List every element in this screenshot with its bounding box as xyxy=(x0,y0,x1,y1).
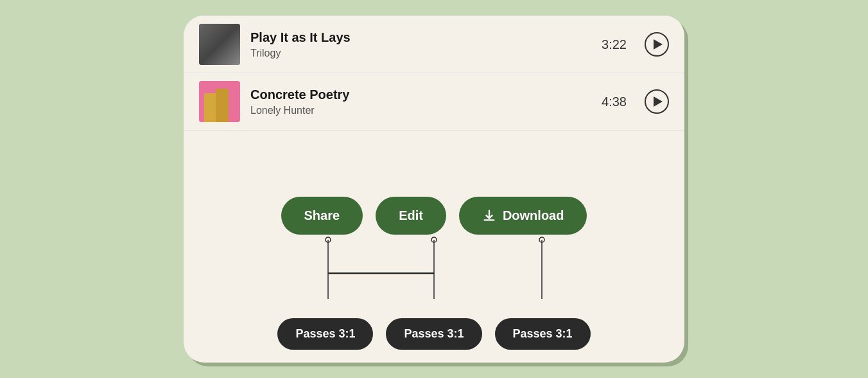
track-duration: 3:22 xyxy=(602,37,627,52)
share-tooltip: Passes 3:1 xyxy=(277,318,373,350)
track-album: Trilogy xyxy=(250,48,591,59)
track-artwork-concrete xyxy=(199,81,240,122)
edit-button[interactable]: Edit xyxy=(376,197,446,235)
track-info: Concrete Poetry Lonely Hunter xyxy=(250,87,591,116)
play-triangle-icon xyxy=(654,96,663,107)
download-tooltip: Passes 3:1 xyxy=(495,318,591,350)
share-button[interactable]: Share xyxy=(281,197,363,235)
track-artwork-play-it xyxy=(199,24,240,65)
track-item: Concrete Poetry Lonely Hunter 4:38 xyxy=(184,73,684,130)
track-album: Lonely Hunter xyxy=(250,105,591,116)
play-triangle-icon xyxy=(654,39,663,50)
action-buttons: Share Edit Download xyxy=(281,197,587,235)
play-button[interactable] xyxy=(645,89,669,114)
download-icon xyxy=(482,209,496,223)
connectors-svg xyxy=(229,235,639,318)
track-item: Play It as It Lays Trilogy 3:22 xyxy=(184,15,684,73)
phone-frame: Play It as It Lays Trilogy 3:22 Concrete… xyxy=(184,15,684,363)
bottom-section: Share Edit Download xyxy=(184,179,684,363)
track-duration: 4:38 xyxy=(602,94,627,109)
track-title: Play It as It Lays xyxy=(250,30,591,45)
track-title: Concrete Poetry xyxy=(250,87,591,102)
download-button[interactable]: Download xyxy=(459,197,587,235)
track-list: Play It as It Lays Trilogy 3:22 Concrete… xyxy=(184,15,684,179)
play-button[interactable] xyxy=(645,32,669,57)
edit-tooltip: Passes 3:1 xyxy=(386,318,482,350)
track-info: Play It as It Lays Trilogy xyxy=(250,30,591,59)
tooltips: Passes 3:1 Passes 3:1 Passes 3:1 xyxy=(277,318,590,350)
